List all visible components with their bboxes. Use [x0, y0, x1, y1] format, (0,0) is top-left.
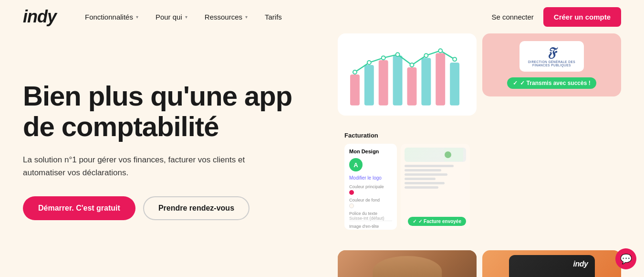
check-icon: ✓: [413, 219, 416, 224]
hero-subtitle: La solution n°1 pour gérer vos finances,…: [23, 153, 280, 179]
facturation-field-3: Police du texte Suisse-Int (défaut): [349, 211, 392, 221]
brand-logo[interactable]: indy: [23, 7, 56, 27]
field-3-label: Police du texte: [349, 211, 392, 216]
finances-logo-text: DIRECTION GÉNÉRALE DESFINANCES PUBLIQUES: [528, 60, 575, 67]
svg-point-12: [410, 63, 414, 67]
svg-rect-5: [421, 58, 431, 106]
finances-success-badge: ✓ ✓ Transmis avec succès !: [507, 77, 596, 89]
color-dot-bg[interactable]: [349, 203, 354, 208]
facturation-title: Facturation: [344, 132, 470, 139]
woman-photo-card: [338, 250, 477, 277]
field-1-label: Couleur principale: [349, 184, 392, 189]
login-button[interactable]: Se connecter: [491, 13, 533, 21]
design-label: Mon Design: [349, 149, 392, 154]
chart-card: [338, 33, 477, 116]
svg-point-15: [453, 57, 457, 61]
hero-title: Bien plus qu'une app de comptabilité: [23, 81, 319, 142]
svg-point-8: [353, 70, 357, 74]
book-demo-button[interactable]: Prendre rendez-vous: [143, 196, 249, 220]
finances-logo-letter: 𝔉: [547, 46, 556, 59]
check-icon: ✓: [513, 80, 518, 86]
chevron-down-icon: ▾: [185, 14, 187, 20]
facturation-field-2: Couleur de fond: [349, 198, 392, 208]
facturation-design-panel: Mon Design A Modifier le logo Couleur pr…: [344, 144, 397, 230]
nav-item-tarifs[interactable]: Tarifs: [265, 13, 282, 21]
cta-buttons: Démarrer. C'est gratuit Prendre rendez-v…: [23, 196, 319, 220]
svg-rect-4: [407, 67, 417, 106]
svg-rect-7: [450, 63, 459, 106]
field-4-label: Image d'en-tête: [349, 224, 392, 229]
invoice-sent-badge: ✓ ✓ Facture envoyée: [408, 217, 466, 226]
svg-rect-6: [436, 53, 445, 106]
facturation-card: Facturation Mon Design A Modifier le log…: [338, 125, 477, 236]
signup-button[interactable]: Créer un compte: [543, 7, 621, 27]
facturation-field-1: Couleur principale: [349, 184, 392, 195]
nav-right: Se connecter Créer un compte: [491, 7, 621, 27]
font-input: Suisse-Int (défaut): [349, 216, 392, 221]
finances-card: 𝔉 DIRECTION GÉNÉRALE DESFINANCES PUBLIQU…: [482, 33, 621, 96]
nav-links: Fonctionnalités ▾ Pour qui ▾ Ressources …: [85, 13, 491, 21]
svg-point-17: [445, 151, 451, 158]
svg-rect-2: [379, 60, 388, 106]
color-dot-primary[interactable]: [349, 190, 354, 195]
chevron-down-icon: ▾: [245, 14, 248, 20]
finances-logo-box: 𝔉 DIRECTION GÉNÉRALE DESFINANCES PUBLIQU…: [519, 41, 584, 72]
main-content: Bien plus qu'une app de comptabilité La …: [0, 33, 644, 277]
modify-logo-link[interactable]: Modifier le logo: [349, 175, 392, 181]
facturation-preview: ✓ ✓ Facture envoyée: [401, 144, 470, 230]
chat-button[interactable]: 💬: [615, 248, 636, 269]
nav-item-ressources[interactable]: Ressources ▾: [205, 13, 248, 21]
svg-point-14: [438, 49, 442, 53]
invoice-lines: [405, 165, 466, 189]
indy-bank-card-container: indy •••• •••• •••• 4521: [482, 250, 621, 277]
design-logo-circle: A: [349, 158, 363, 171]
hero-cards-grid: 𝔉 DIRECTION GÉNÉRALE DESFINANCES PUBLIQU…: [338, 33, 621, 277]
nav-item-pour-qui[interactable]: Pour qui ▾: [156, 13, 187, 21]
invoice-header-preview: [405, 148, 466, 162]
chevron-down-icon: ▾: [136, 14, 138, 20]
indy-card-brand: indy: [573, 260, 588, 268]
field-2-label: Couleur de fond: [349, 198, 392, 202]
svg-point-13: [424, 53, 428, 57]
svg-rect-1: [364, 65, 374, 106]
start-free-button[interactable]: Démarrer. C'est gratuit: [23, 196, 135, 220]
indy-bank-card: indy •••• •••• •••• 4521: [509, 255, 595, 277]
navbar: indy Fonctionnalités ▾ Pour qui ▾ Ressou…: [0, 0, 644, 33]
chat-icon: 💬: [620, 253, 632, 265]
svg-rect-0: [350, 75, 360, 106]
svg-point-11: [396, 53, 400, 56]
svg-point-10: [382, 56, 385, 60]
svg-point-9: [367, 61, 371, 64]
facturation-inner: Mon Design A Modifier le logo Couleur pr…: [344, 144, 470, 230]
facturation-field-4: Image d'en-tête: [349, 224, 392, 229]
svg-rect-3: [393, 55, 403, 106]
nav-item-fonctionnalites[interactable]: Fonctionnalités ▾: [85, 13, 138, 21]
hero-section: Bien plus qu'une app de comptabilité La …: [23, 33, 319, 277]
